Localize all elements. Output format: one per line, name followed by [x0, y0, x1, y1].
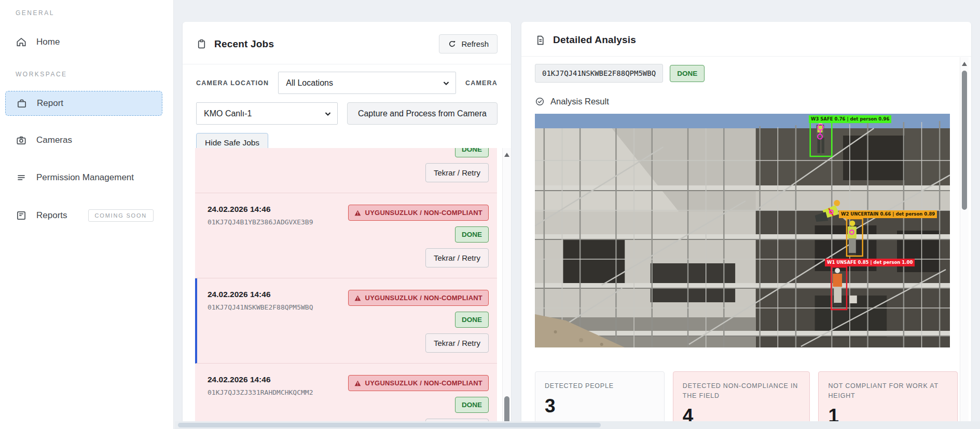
detailed-analysis-panel: Detailed Analysis 01KJ7QJ41NSKWBE2F88QPM…: [521, 22, 971, 429]
stat-card-detected-people: DETECTED PEOPLE 3 Toplam: 3 Dahil Edilme…: [535, 371, 665, 429]
non-compliant-badge: UYGUNSUZLUK / NON-COMPLIANT: [348, 290, 489, 306]
scroll-up-arrow[interactable]: [962, 62, 967, 66]
analysis-result-image[interactable]: W3 SAFE 0.76 | det person 0.96 W2 UNCERT…: [535, 114, 950, 347]
job-row-selected[interactable]: 24.02.2026 14:46 01KJ7QJ41NSKWBE2F88QPM5…: [195, 278, 497, 364]
non-compliant-label: UYGUNSUZLUK / NON-COMPLIANT: [365, 379, 482, 387]
job-date: 24.02.2026 14:46: [208, 290, 313, 299]
non-compliant-label: UYGUNSUZLUK / NON-COMPLIANT: [365, 209, 482, 217]
warning-icon: [354, 295, 361, 301]
job-badges: UYGUNSUZLUK / NON-COMPLIANT DONE Tekrar …: [348, 205, 489, 267]
job-date: 24.02.2026 14:46: [208, 205, 313, 214]
stat-card-non-compliance: DETECTED NON-COMPLIANCE IN THE FIELD 4: [673, 371, 810, 429]
retry-button[interactable]: Tekrar / Retry: [425, 248, 489, 267]
sidebar-item-cameras[interactable]: Cameras: [5, 128, 162, 153]
stat-label: DETECTED PEOPLE: [545, 381, 655, 391]
job-id: 01KJ7QJ3ZJ331RAHDMCHKQCMM2: [208, 388, 313, 396]
sidebar-item-report[interactable]: Report: [5, 91, 162, 116]
document-icon: [535, 35, 546, 46]
detection-label-unsafe: W1 UNSAFE 0.85 | det person 1.00: [825, 259, 915, 266]
stat-label: DETECTED NON-COMPLIANCE IN THE FIELD: [683, 381, 800, 401]
scroll-up-arrow[interactable]: [504, 153, 509, 157]
recent-jobs-header: Recent Jobs Refresh: [183, 22, 511, 64]
check-circle-icon: [535, 97, 545, 106]
horizontal-scrollbar[interactable]: [175, 421, 980, 429]
report-doc-icon: [16, 210, 27, 221]
job-row[interactable]: 24.02.2026 14:46 01KJ7QJ4B1YBZ386JADGVXE…: [195, 193, 497, 278]
refresh-label: Refresh: [461, 39, 489, 48]
chevron-down-icon: [324, 110, 332, 118]
job-info: 24.02.2026 14:46 01KJ7QJ41NSKWBE2F88QPM5…: [208, 290, 313, 311]
filter-row-camera: KMO Canlı-1 Capture and Process from Cam…: [196, 102, 498, 125]
app-root: GENERAL Home WORKSPACE Report Cameras Pe…: [0, 0, 980, 429]
chevron-down-icon: [442, 79, 450, 87]
sidebar-item-label: Reports: [36, 210, 67, 221]
detection-label-uncertain: W2 UNCERTAIN 0.66 | det person 0.89: [839, 210, 937, 218]
refresh-button[interactable]: Refresh: [439, 34, 498, 53]
job-id-row: 01KJ7QJ41NSKWBE2F88QPM5WBQ DONE: [521, 57, 971, 83]
camera-icon: [16, 135, 27, 146]
camera-location-select[interactable]: All Locations: [278, 72, 456, 94]
job-row-partial[interactable]: DONE Tekrar / Retry: [195, 148, 497, 193]
retry-button[interactable]: Tekrar / Retry: [425, 163, 489, 182]
recent-jobs-title: Recent Jobs: [214, 38, 274, 50]
camera-location-label: CAMERA LOCATION: [196, 79, 269, 87]
detail-scrollbar[interactable]: [960, 57, 969, 429]
detection-label-safe: W3 SAFE 0.76 | det person 0.96: [809, 115, 891, 123]
sidebar-item-label: Report: [37, 98, 63, 109]
camera-select[interactable]: KMO Canlı-1: [196, 102, 338, 125]
detailed-analysis-header: Detailed Analysis: [521, 22, 971, 57]
retry-button[interactable]: Tekrar / Retry: [425, 333, 489, 353]
scroll-thumb[interactable]: [178, 423, 601, 427]
recent-jobs-panel: Recent Jobs Refresh CAMERA LOCATION All …: [183, 22, 511, 429]
done-badge: DONE: [455, 148, 489, 157]
warning-icon: [354, 380, 361, 386]
job-badges: DONE Tekrar / Retry: [425, 148, 489, 182]
done-badge: DONE: [455, 226, 489, 243]
sidebar-item-label: Cameras: [36, 135, 72, 145]
job-date: 24.02.2026 14:46: [208, 375, 313, 384]
refresh-icon: [448, 39, 457, 48]
job-id-chip: 01KJ7QJ41NSKWBE2F88QPM5WBQ: [535, 64, 663, 83]
sidebar-item-home[interactable]: Home: [5, 30, 162, 55]
sidebar-item-label: Home: [36, 37, 60, 47]
stat-card-work-at-height: NOT COMPLIANT FOR WORK AT HEIGHT 1: [818, 371, 958, 429]
warning-icon: [354, 210, 361, 216]
sidebar-item-reports[interactable]: Reports COMING SOON: [5, 203, 162, 228]
analysis-result-row: Analysis Result: [521, 83, 971, 106]
done-badge: DONE: [455, 312, 489, 328]
stat-value: 3: [545, 395, 655, 417]
camera-location-value: All Locations: [286, 78, 333, 88]
sidebar-item-permission-management[interactable]: Permission Management: [5, 165, 162, 190]
stat-label: NOT COMPLIANT FOR WORK AT HEIGHT: [828, 381, 948, 401]
scroll-thumb[interactable]: [962, 71, 967, 210]
non-compliant-badge: UYGUNSUZLUK / NON-COMPLIANT: [348, 205, 489, 221]
analysis-result-label: Analysis Result: [550, 97, 609, 106]
jobs-filters: CAMERA LOCATION All Locations CAMERA KMO…: [183, 64, 511, 153]
status-badge: DONE: [670, 65, 705, 82]
job-badges: UYGUNSUZLUK / NON-COMPLIANT DONE Tekrar …: [348, 290, 489, 353]
jobs-list: DONE Tekrar / Retry 24.02.2026 14:46 01K…: [195, 148, 497, 429]
job-id: 01KJ7QJ41NSKWBE2F88QPM5WBQ: [208, 303, 313, 311]
home-icon: [16, 36, 27, 48]
job-id: 01KJ7QJ4B1YBZ386JADGVXE3B9: [208, 218, 313, 226]
capture-process-button[interactable]: Capture and Process from Camera: [347, 102, 498, 125]
coming-soon-badge: COMING SOON: [88, 209, 154, 222]
job-info: 24.02.2026 14:46 01KJ7QJ4B1YBZ386JADGVXE…: [208, 205, 313, 226]
sidebar-section-workspace: WORKSPACE: [16, 71, 67, 78]
clipboard-icon: [196, 38, 207, 49]
sidebar: GENERAL Home WORKSPACE Report Cameras Pe…: [0, 0, 174, 429]
done-badge: DONE: [455, 397, 489, 413]
camera-label: CAMERA: [465, 79, 498, 87]
sidebar-section-general: GENERAL: [16, 9, 54, 17]
non-compliant-label: UYGUNSUZLUK / NON-COMPLIANT: [365, 294, 482, 302]
analysis-stats: DETECTED PEOPLE 3 Toplam: 3 Dahil Edilme…: [535, 371, 958, 429]
sidebar-item-label: Permission Management: [36, 172, 134, 183]
job-row[interactable]: 24.02.2026 14:46 01KJ7QJ3ZJ331RAHDMCHKQC…: [195, 364, 497, 429]
briefcase-icon: [16, 98, 27, 109]
camera-select-value: KMO Canlı-1: [204, 109, 252, 118]
job-info: 24.02.2026 14:46 01KJ7QJ3ZJ331RAHDMCHKQC…: [208, 375, 313, 396]
non-compliant-badge: UYGUNSUZLUK / NON-COMPLIANT: [348, 375, 489, 391]
construction-site-photo: [535, 114, 950, 347]
list-icon: [16, 172, 27, 183]
jobs-scrollbar[interactable]: [502, 148, 511, 429]
